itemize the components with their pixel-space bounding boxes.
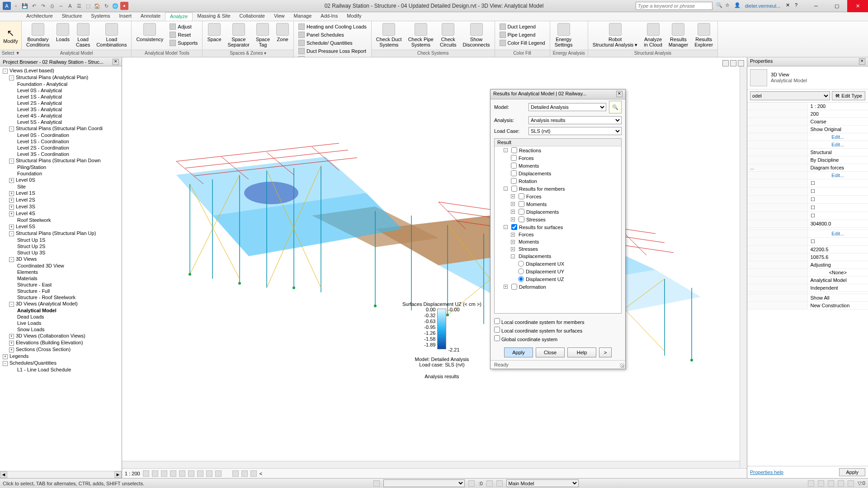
tab-add-ins[interactable]: Add-Ins: [316, 12, 342, 21]
results-tree-item[interactable]: +Displacements: [495, 208, 621, 216]
tree-node[interactable]: Level 0S - Coordination: [1, 132, 121, 138]
ribbon-check-pipe-systems-button[interactable]: Check PipeSystems: [406, 22, 436, 48]
property-row[interactable]: ☐: [747, 179, 868, 188]
view-scale[interactable]: 1 : 200: [125, 471, 140, 476]
project-browser-tree[interactable]: -Views (Level based)-Structural Plans (A…: [0, 66, 122, 471]
viewport-vscroll[interactable]: [740, 66, 747, 468]
tree-node[interactable]: Level 4S - Analytical: [1, 113, 121, 119]
qat-undo-icon[interactable]: ↶: [30, 2, 38, 10]
property-row[interactable]: ☐: [747, 188, 868, 196]
tree-node[interactable]: +Level 2S: [1, 197, 121, 203]
ribbon-duct-pressure-loss-report-button[interactable]: Duct Pressure Loss Report: [297, 47, 368, 55]
ribbon-load-combinations-button[interactable]: LoadCombinations: [94, 22, 129, 48]
tree-node[interactable]: -Structural Plans (Structural Plan Down: [1, 157, 121, 164]
ribbon-zone-button[interactable]: Zone: [274, 22, 292, 43]
tree-node[interactable]: Struct Up 1S: [1, 237, 121, 243]
results-apply-button[interactable]: Apply: [504, 347, 533, 357]
results-model-select[interactable]: Detailed Analysis: [528, 103, 606, 111]
property-row[interactable]: Adjusting: [747, 261, 868, 269]
3d-viewport[interactable]: Surfaces Displacement UZ (< cm >) 0.00-0…: [122, 57, 747, 478]
exchange-icon[interactable]: ✕: [786, 2, 793, 9]
tab-modify[interactable]: Modify: [342, 12, 366, 21]
ribbon-space-tag-button[interactable]: SpaceTag: [253, 22, 273, 48]
ribbon-adjust-button[interactable]: Adjust: [168, 23, 199, 30]
scroll-right-icon[interactable]: ►: [114, 471, 122, 478]
viewbar-style-icon[interactable]: [152, 470, 158, 477]
property-row[interactable]: Independent: [747, 284, 868, 292]
tree-node[interactable]: +Legends: [1, 353, 121, 360]
ribbon-panel-schedules-button[interactable]: Panel Schedules: [297, 31, 368, 38]
property-row[interactable]: Edit...: [747, 141, 868, 149]
viewbar-shadow-icon[interactable]: [170, 470, 176, 477]
chk-local-members[interactable]: Local coordinate system for members: [494, 317, 622, 326]
tree-node[interactable]: Roof Steelwork: [1, 217, 121, 223]
ribbon-color-fill-legend-button[interactable]: Color Fill Legend: [498, 39, 547, 47]
results-tree-item[interactable]: +Stresses: [495, 245, 621, 253]
tree-node[interactable]: Structure - Roof Steelwork: [1, 294, 121, 300]
tree-node[interactable]: +Level 3S: [1, 203, 121, 210]
status-workset-icon[interactable]: [373, 480, 380, 487]
select-dropdown[interactable]: Select ▼: [0, 50, 22, 57]
property-row[interactable]: By Discipline: [747, 156, 868, 164]
tree-node[interactable]: +3D Views (Collaboration Views): [1, 333, 121, 339]
tab-architecture[interactable]: Architecture: [22, 12, 57, 21]
viewbar-crop-icon[interactable]: [188, 470, 194, 477]
tree-node[interactable]: -3D Views: [1, 256, 121, 263]
property-row[interactable]: New Construction: [747, 302, 868, 310]
results-tree-item[interactable]: Rotation: [495, 177, 621, 185]
viewbar-sun-icon[interactable]: [161, 470, 167, 477]
property-row[interactable]: Coarse: [747, 118, 868, 126]
minimize-button[interactable]: ─: [806, 0, 826, 12]
status-pin-icon[interactable]: [848, 480, 854, 487]
status-editreq-icon[interactable]: [468, 480, 475, 487]
tree-node[interactable]: Elements: [1, 269, 121, 275]
star-icon[interactable]: ☆: [725, 2, 732, 9]
tree-node[interactable]: Snow Loads: [1, 326, 121, 333]
ribbon-energy-settings-button[interactable]: EnergySettings: [552, 22, 576, 48]
tree-node[interactable]: +Level 5S: [1, 223, 121, 230]
edit-type-button[interactable]: 🛠 Edit Type: [832, 91, 865, 100]
tree-node[interactable]: Structure - East: [1, 282, 121, 288]
results-tree-item[interactable]: +Moments: [495, 200, 621, 208]
property-row[interactable]: Analytical Model: [747, 277, 868, 284]
tree-node[interactable]: Piling/Station: [1, 164, 121, 170]
tree-node[interactable]: Foundation: [1, 170, 121, 177]
tree-node[interactable]: Level 3S - Analytical: [1, 106, 121, 113]
project-browser-close-icon[interactable]: ✕: [113, 59, 119, 65]
tree-node[interactable]: -Views (Level based): [1, 67, 121, 74]
qat-text-icon[interactable]: A: [66, 2, 74, 10]
results-tree-item[interactable]: +Stresses: [495, 216, 621, 223]
viewbar-unhide-icon[interactable]: [197, 470, 203, 477]
property-row[interactable]: 10875.6: [747, 253, 868, 261]
property-row[interactable]: ☐: [747, 238, 868, 246]
signin-icon[interactable]: 👤: [734, 2, 741, 9]
ribbon-boundary-conditions-button[interactable]: BoundaryConditions: [24, 22, 52, 48]
qat-open-icon[interactable]: ▫: [12, 2, 20, 10]
qat-cloud-icon[interactable]: ●: [120, 2, 128, 10]
tab-view[interactable]: View: [269, 12, 289, 21]
property-row[interactable]: ☐: [747, 212, 868, 220]
tree-node[interactable]: Level 5S - Analytical: [1, 119, 121, 125]
tab-collaborate[interactable]: Collaborate: [235, 12, 269, 21]
status-mainmodel-select[interactable]: Main Model: [506, 479, 579, 487]
viewbar-reveal-icon[interactable]: [250, 470, 257, 477]
maximize-button[interactable]: ▢: [826, 0, 847, 12]
results-tree-item[interactable]: -Results for surfaces: [495, 223, 621, 231]
ribbon-supports-button[interactable]: Supports: [168, 39, 199, 47]
viewbar-render-icon[interactable]: [179, 470, 185, 477]
property-row[interactable]: ☐: [747, 204, 868, 212]
project-browser-hscroll[interactable]: ◄ ►: [0, 471, 122, 478]
status-mainmodel-icon[interactable]: [496, 480, 503, 487]
viewbar-lock-icon[interactable]: [206, 470, 212, 477]
ribbon-results-manager-button[interactable]: ResultsManager: [666, 22, 691, 48]
ribbon-check-circuits-button[interactable]: CheckCircuits: [437, 22, 459, 48]
property-row[interactable]: Edit...: [747, 172, 868, 179]
tree-node[interactable]: Analytical Model: [1, 307, 121, 314]
tab-analyze[interactable]: Analyze: [165, 12, 193, 21]
status-design-icon[interactable]: [486, 480, 493, 487]
user-menu[interactable]: dieter.vermeul...: [745, 3, 780, 9]
tree-node[interactable]: +Level 0S: [1, 177, 121, 183]
tab-manage[interactable]: Manage: [289, 12, 316, 21]
tree-node[interactable]: Level 2S - Analytical: [1, 100, 121, 106]
property-row[interactable]: Show Original: [747, 126, 868, 133]
